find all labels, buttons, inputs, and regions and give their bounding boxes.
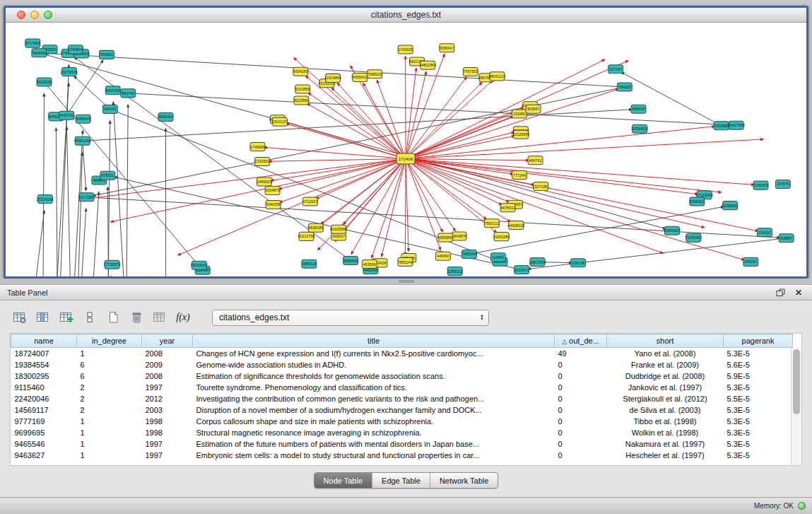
graph-node[interactable]: 3984116 — [302, 259, 317, 268]
graph-node[interactable]: 5103856 — [295, 85, 310, 93]
graph-node[interactable]: 9980536 — [343, 257, 358, 265]
tab-network-table[interactable]: Network Table — [430, 473, 498, 488]
show-columns-icon[interactable] — [33, 309, 53, 326]
graph-node[interactable]: 9013471 — [514, 266, 529, 274]
graph-node[interactable]: 5096417 — [440, 44, 454, 52]
graph-node[interactable]: 862745 — [121, 89, 136, 98]
graph-node[interactable]: 434191 — [102, 105, 117, 113]
network-view[interactable]: 1773007982230284341914599160061772814085… — [6, 23, 806, 276]
import-table-icon[interactable] — [150, 309, 170, 326]
graph-node[interactable]: 463569 — [362, 260, 377, 269]
graph-node[interactable]: 509887 — [779, 234, 794, 243]
column-header-out_degree[interactable]: △out_de... — [555, 334, 607, 348]
graph-node[interactable]: 4678311 — [500, 204, 515, 212]
graph-node[interactable]: 7563112 — [484, 219, 499, 228]
graph-node[interactable]: 167875 — [775, 180, 790, 188]
graph-node[interactable]: 114931 — [490, 253, 505, 262]
tab-edge-table[interactable]: Edge Table — [372, 473, 430, 488]
float-panel-icon[interactable] — [774, 287, 787, 298]
graph-node[interactable]: 978051 — [100, 171, 115, 180]
graph-node[interactable]: 7052989 — [714, 122, 729, 130]
table-row[interactable]: 946362711997Embryonic stem cells: a mode… — [11, 450, 793, 461]
graph-node[interactable]: 79333352 — [685, 233, 702, 242]
graph-node[interactable]: 4085043 — [76, 115, 90, 123]
graph-node[interactable]: 1743824 — [68, 45, 83, 54]
table-row[interactable]: 1938455462009Genome-wide association stu… — [11, 359, 793, 370]
graph-node[interactable]: 60212759 — [298, 232, 315, 240]
graph-node[interactable]: 88041122 — [489, 72, 506, 81]
table-row[interactable]: 911546021997Tourette syndrome. Phenomeno… — [11, 382, 793, 393]
network-graph[interactable]: 1773007982230284341914599160061772814085… — [6, 23, 806, 276]
graph-node[interactable]: 226138 — [571, 259, 586, 267]
table-row[interactable]: 1830029562008Estimation of significance … — [11, 370, 793, 382]
graph-node[interactable]: 7767353 — [463, 67, 478, 76]
graph-node[interactable]: 17730079 — [104, 260, 121, 269]
graph-node[interactable]: 7855244 — [398, 258, 413, 267]
graph-node[interactable]: 54556418 — [351, 73, 368, 81]
graph-node[interactable]: 7169359 — [753, 181, 768, 189]
graph-node[interactable]: 19590533 — [631, 124, 648, 133]
graph-node[interactable]: 7864983 — [32, 49, 47, 57]
graph-node[interactable]: 1333500 — [255, 157, 270, 165]
graph-node[interactable]: 466762 — [528, 156, 543, 165]
graph-node[interactable]: 4712027 — [302, 197, 317, 206]
graph-node[interactable]: 25324166 — [37, 195, 54, 204]
close-window-button[interactable] — [17, 11, 25, 19]
graph-node[interactable]: 1943878 — [452, 232, 466, 240]
table-scrollbar[interactable] — [791, 348, 801, 465]
graph-node[interactable]: 8093266 — [105, 86, 120, 95]
graph-node[interactable]: 7660042 — [461, 250, 476, 258]
row-height-icon[interactable] — [80, 309, 100, 326]
table-selector-dropdown[interactable]: citations_edges.txt ▲▼ — [212, 310, 489, 326]
graph-node[interactable]: 446660 — [435, 252, 450, 260]
graph-node[interactable]: 25270526 — [61, 68, 78, 76]
graph-node[interactable]: 8223028 — [37, 78, 52, 86]
graph-node[interactable]: 45417650 — [728, 121, 745, 129]
create-column-icon[interactable] — [57, 309, 76, 326]
graph-node[interactable]: 6555454 — [158, 112, 173, 121]
graph-node[interactable]: 10817054 — [529, 258, 546, 267]
graph-node[interactable]: 82103088 — [330, 225, 347, 233]
graph-node[interactable]: 4554283 — [293, 67, 308, 76]
graph-node[interactable]: 5040358 — [266, 200, 281, 209]
tab-node-table[interactable]: Node Table — [314, 473, 372, 488]
panel-divider[interactable] — [0, 279, 812, 284]
graph-node[interactable]: 2466925 — [257, 177, 271, 186]
graph-node[interactable]: 5838189 — [308, 223, 323, 232]
scrollbar-thumb[interactable] — [793, 349, 800, 414]
graph-node[interactable]: 4154875 — [265, 186, 280, 194]
graph-node[interactable]: 63018197 — [191, 261, 208, 269]
graph-node[interactable]: 44608128 — [507, 221, 524, 230]
graph-node[interactable]: 1743225 — [398, 45, 413, 54]
table-row[interactable]: 2242004622012Investigating the contribut… — [11, 393, 793, 404]
graph-node[interactable]: 44811854 — [420, 61, 437, 69]
graph-node[interactable]: 1749089 — [250, 143, 265, 151]
column-header-in_degree[interactable]: in_degree — [77, 334, 142, 348]
graph-node[interactable]: 8398303 — [690, 197, 705, 206]
table-row[interactable]: 969969511998Structural magnetic resonanc… — [11, 427, 793, 438]
table-row[interactable]: 1872400712008Changes of HCN gene express… — [11, 348, 793, 359]
new-table-icon[interactable] — [103, 309, 123, 326]
graph-node[interactable]: 777249 — [512, 171, 527, 180]
table-row[interactable]: 946554611997Estimation of the future num… — [11, 438, 793, 450]
graph-node[interactable]: 2258212 — [447, 267, 462, 276]
table-row[interactable]: 1456911722003Disruption of a novel membe… — [11, 404, 793, 416]
graph-node[interactable]: 11919860 — [324, 74, 341, 82]
graph-node[interactable]: 134297 — [757, 228, 772, 237]
graph-node[interactable]: 6959865 — [438, 233, 453, 242]
column-header-name[interactable]: name — [11, 334, 77, 348]
zoom-window-button[interactable] — [44, 11, 52, 19]
graph-node[interactable]: 6038982 — [723, 201, 738, 210]
graph-node[interactable]: 6177281 — [79, 193, 94, 201]
graph-node[interactable]: 903657 — [526, 105, 541, 113]
delete-column-icon[interactable] — [126, 309, 146, 326]
graph-node[interactable]: 13271281 — [532, 182, 549, 191]
table-mode-icon[interactable] — [10, 309, 30, 326]
graph-node[interactable]: 227167 — [608, 65, 623, 74]
graph-node[interactable]: 8223589 — [294, 96, 309, 105]
column-header-short[interactable]: short — [607, 334, 724, 348]
graph-node[interactable]: 594228 — [617, 83, 632, 91]
column-header-title[interactable]: title — [193, 334, 555, 348]
graph-node[interactable]: 172409 — [396, 153, 415, 164]
function-builder-icon[interactable]: f(x) — [173, 309, 193, 326]
